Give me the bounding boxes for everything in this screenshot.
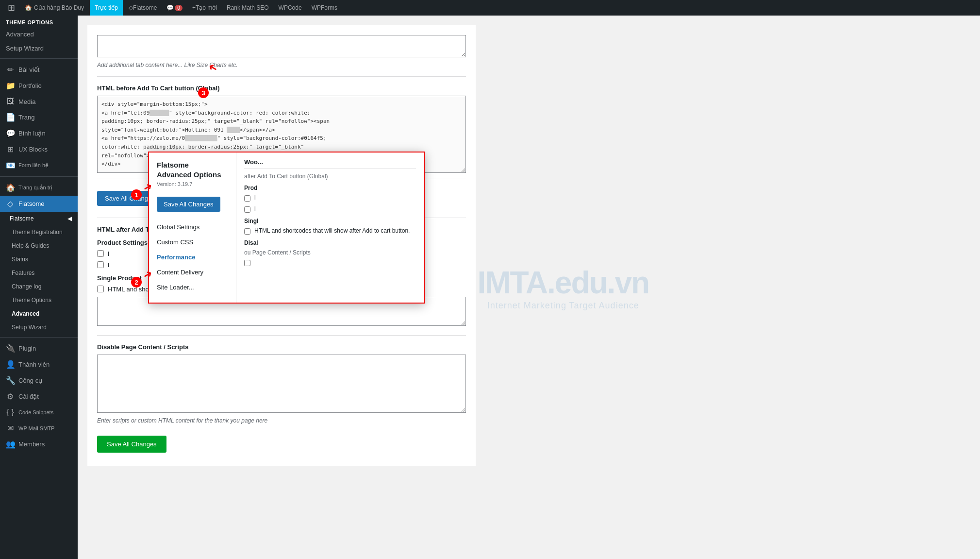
portfolio-icon: 📁 (6, 81, 15, 90)
overlay-left-nav: FlatsomeAdvanced Options Version: 3.19.7… (149, 152, 236, 303)
sidebar-item-cong-cu[interactable]: 🔧 Công cụ (0, 373, 78, 389)
overlay-save-button[interactable]: Save All Changes (157, 197, 220, 212)
plugin-icon: 🔌 (6, 344, 15, 353)
html-before-label: HTML before Add To Cart button (Global) (97, 85, 466, 92)
home-icon: 🏠 (6, 183, 15, 192)
sidebar-item-wp-mail[interactable]: ✉ WP Mail SMTP (0, 420, 78, 436)
sidebar-item-form[interactable]: 📧 Form liên hệ (0, 157, 78, 173)
overlay-disable-heading: Disal (244, 239, 416, 246)
rankmath-button[interactable]: Rank Math SEO (223, 0, 273, 16)
flatsome-bar-item[interactable]: ◇ Flatsome (125, 0, 161, 16)
sidebar-item-plugin[interactable]: 🔌 Plugin (0, 340, 78, 356)
truc-tiep-button[interactable]: Trực tiếp (90, 0, 123, 16)
overlay-nav-performance[interactable]: Performance (149, 250, 236, 265)
overlay-nav-content-delivery[interactable]: Content Delivery (149, 265, 236, 280)
store-link[interactable]: 🏠 Cửa hàng Bảo Duy (21, 0, 88, 16)
overlay-disable-cb-row (244, 259, 416, 266)
admin-bar: ⊞ 🏠 Cửa hàng Bảo Duy Trực tiếp ◇ Flatsom… (0, 0, 980, 16)
sidebar-item-theme-registration[interactable]: Theme Registration (0, 225, 78, 239)
overlay-cb-row-1: l (244, 194, 416, 202)
mail-icon: ✉ (6, 423, 15, 433)
overlay-single-heading: Singl (244, 218, 416, 224)
settings-icon: ⚙ (6, 392, 15, 401)
flatsome-icon: ◇ (6, 199, 15, 208)
top-textarea[interactable] (97, 35, 466, 57)
overlay-single-checkbox[interactable] (244, 228, 250, 235)
overlay-right-content: Woo... after Add To Cart button (Global)… (236, 152, 424, 303)
sidebar-item-ux-blocks[interactable]: ⊞ UX Blocks (0, 141, 78, 157)
content-area: IMTA.edu.vn Internet Marketing Target Au… (78, 16, 980, 559)
wpcode-button[interactable]: WPCode (275, 0, 306, 16)
sidebar-item-code-snippets[interactable]: { } Code Snippets (0, 405, 78, 420)
overlay-panel: FlatsomeAdvanced Options Version: 3.19.7… (148, 152, 425, 304)
sidebar-item-change-log[interactable]: Change log (0, 280, 78, 293)
tool-icon: 🔧 (6, 376, 15, 385)
annotation-1: 1 (131, 189, 142, 200)
sidebar-item-binh-luan[interactable]: 💬 Bình luận (0, 125, 78, 141)
notifications-button[interactable]: 💬 0 (163, 0, 186, 16)
blocks-icon: ⊞ (6, 145, 15, 154)
scripts-textarea[interactable] (97, 355, 466, 413)
overlay-version: Version: 3.19.7 (149, 181, 236, 193)
overlay-single-cb-row: HTML and shortcodes that will show after… (244, 227, 416, 235)
media-icon: 🖼 (6, 97, 15, 106)
comment-icon: 💬 (6, 129, 15, 138)
form-icon: 📧 (6, 161, 15, 170)
sidebar-item-thanh-vien[interactable]: 👤 Thành viên (0, 356, 78, 373)
sidebar-item-setup-wizard-top[interactable]: Setup Wizard (0, 41, 78, 55)
disable-page-label: Disable Page Content / Scripts (97, 343, 466, 351)
sidebar: Theme Options Advanced Setup Wizard ✏ Bà… (0, 16, 78, 559)
sidebar-item-flatsome[interactable]: ◇ Flatsome (0, 196, 78, 212)
sidebar-item-setup-wizard[interactable]: Setup Wizard (0, 321, 78, 334)
members-icon: 👥 (6, 440, 15, 449)
new-button[interactable]: + Tạo mới (188, 0, 221, 16)
sidebar-submenu-flatsome[interactable]: Flatsome ◀ (0, 212, 78, 225)
sidebar-item-advanced-top[interactable]: Advanced (0, 27, 78, 41)
sidebar-item-status[interactable]: Status (0, 253, 78, 266)
sidebar-item-media[interactable]: 🖼 Media (0, 94, 78, 109)
overlay-prod-heading: Prod (244, 185, 416, 191)
product-checkbox-1[interactable] (97, 250, 104, 257)
overlay-nav-site-loader[interactable]: Site Loader... (149, 280, 236, 295)
code-icon: { } (6, 408, 15, 417)
flatsome-submenu: Flatsome ◀ Theme Registration Help & Gui… (0, 212, 78, 334)
overlay-after-cart-heading: after Add To Cart button (Global) (244, 173, 416, 180)
save-all-button-2[interactable]: Save All Changes (97, 436, 166, 453)
thank-you-hint: Enter scripts or custom HTML content for… (97, 417, 466, 424)
sidebar-item-help-guides[interactable]: Help & Guides (0, 239, 78, 253)
annotation-3: 3 (198, 87, 209, 98)
overlay-cb-row-2: l (244, 205, 416, 213)
main-wrapper: Theme Options Advanced Setup Wizard ✏ Bà… (0, 16, 980, 559)
overlay-woo-heading: Woo... (244, 158, 416, 169)
overlay-checkbox-1[interactable] (244, 195, 250, 202)
arrow-right-icon: ◀ (67, 215, 72, 222)
user-icon: 👤 (6, 360, 15, 369)
sidebar-item-features[interactable]: Features (0, 266, 78, 280)
sidebar-item-trang[interactable]: 📄 Trang (0, 109, 78, 125)
overlay-nav-custom-css[interactable]: Custom CSS (149, 235, 236, 250)
sidebar-item-portfolio[interactable]: 📁 Portfolio (0, 78, 78, 94)
overlay-nav-global-settings[interactable]: Global Settings (149, 220, 236, 235)
overlay-checkbox-2[interactable] (244, 206, 250, 213)
sidebar-item-bai-viet[interactable]: ✏ Bài viết (0, 62, 78, 78)
add-tab-hint: Add additional tab content here... Like … (97, 62, 466, 68)
theme-options-title: Theme Options (0, 16, 78, 27)
annotation-2: 2 (131, 277, 142, 288)
single-checkbox[interactable] (97, 286, 104, 292)
product-checkbox-2[interactable] (97, 261, 104, 268)
overlay-title: FlatsomeAdvanced Options (149, 160, 236, 181)
sidebar-item-cai-dat[interactable]: ⚙ Cài đặt (0, 389, 78, 405)
overlay-disable-text: ou Page Content / Scripts (244, 249, 416, 256)
sidebar-item-trang-quan-tri[interactable]: 🏠 Trang quản trị (0, 180, 78, 196)
wp-logo-button[interactable]: ⊞ (4, 0, 19, 16)
edit-icon: ✏ (6, 65, 15, 74)
page-icon: 📄 (6, 113, 15, 122)
sidebar-item-theme-options[interactable]: Theme Options (0, 293, 78, 307)
sidebar-item-members[interactable]: 👥 Members (0, 436, 78, 452)
wpforms-button[interactable]: WPForms (308, 0, 341, 16)
sidebar-item-advanced[interactable]: Advanced (0, 307, 78, 321)
watermark: IMTA.edu.vn Internet Marketing Target Au… (477, 264, 649, 310)
overlay-disable-checkbox[interactable] (244, 260, 250, 266)
